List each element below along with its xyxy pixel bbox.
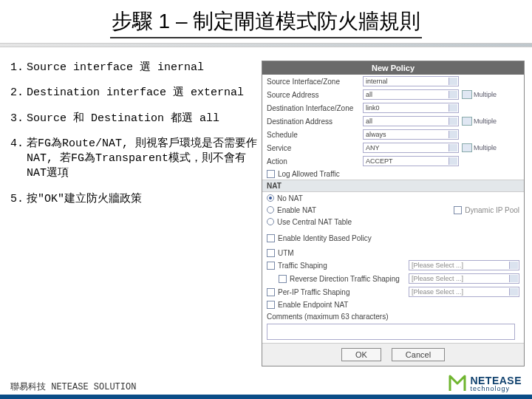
- cancel-button[interactable]: Cancel: [392, 348, 445, 361]
- schedule-select[interactable]: always: [363, 129, 459, 140]
- label: Enable NAT: [277, 206, 316, 214]
- list-item: 4.若FG為Route/NAT, 則視客戶環境是否需要作NAT, 若FG為Tra…: [10, 137, 262, 182]
- new-policy-panel: New Policy Source Interface/Zoneinternal…: [262, 61, 525, 366]
- list-item: 2.Destination interface 選 external: [10, 86, 262, 100]
- footer-text: 聯易科技 NETEASE SOLUTION: [10, 381, 136, 393]
- label: Enable Endpoint NAT: [278, 301, 348, 309]
- label: UTM: [278, 249, 294, 257]
- action-select[interactable]: ACCEPT: [363, 156, 459, 166]
- page-title: 步驟 1 – 制定閘道模式防火牆規則: [110, 7, 422, 38]
- per-ip-ts-select[interactable]: [Please Select ...]: [409, 287, 519, 297]
- traffic-shaping-select[interactable]: [Please Select ...]: [409, 260, 519, 270]
- destination-address-select[interactable]: all: [363, 116, 459, 126]
- list-item: 1.Source interface 選 inernal: [10, 61, 262, 75]
- no-nat-radio[interactable]: [267, 194, 274, 202]
- panel-title: New Policy: [262, 61, 524, 75]
- per-ip-ts-checkbox[interactable]: [267, 288, 275, 296]
- identity-policy-checkbox[interactable]: [267, 234, 275, 242]
- footer-bar: [0, 395, 532, 399]
- list-item: 3.Source 和 Destination 都選 all: [10, 112, 262, 126]
- enable-nat-radio[interactable]: [267, 206, 274, 214]
- multiple-icon[interactable]: [462, 117, 472, 126]
- list-item: 5.按"OK"建立防火牆政策: [10, 192, 262, 207]
- label: Dynamic IP Pool: [465, 206, 519, 214]
- label: Comments (maximum 63 characters): [267, 313, 388, 321]
- multiple-icon[interactable]: [462, 143, 472, 152]
- destination-interface-select[interactable]: link0: [363, 103, 459, 113]
- label: Destination Address: [267, 117, 363, 126]
- label: Use Central NAT Table: [277, 218, 352, 226]
- reverse-ts-select[interactable]: [Please Select ...]: [409, 273, 519, 284]
- label: No NAT: [277, 194, 303, 202]
- traffic-shaping-checkbox[interactable]: [267, 262, 275, 270]
- nat-section-header: NAT: [262, 180, 524, 192]
- label: Source Address: [267, 91, 363, 99]
- service-select[interactable]: ANY: [363, 143, 459, 153]
- label: Destination Interface/Zone: [267, 104, 363, 112]
- label: Schedule: [267, 131, 363, 139]
- multiple-label: Multiple: [474, 144, 497, 151]
- multiple-label: Multiple: [474, 117, 497, 125]
- source-interface-select[interactable]: internal: [363, 76, 459, 86]
- label: Reverse Direction Traffic Shaping: [290, 275, 409, 283]
- utm-checkbox[interactable]: [267, 249, 275, 257]
- source-address-select[interactable]: all: [363, 89, 459, 100]
- log-checkbox[interactable]: [267, 170, 275, 178]
- label: Service: [267, 144, 363, 152]
- comments-textarea[interactable]: [267, 324, 515, 340]
- multiple-label: Multiple: [474, 91, 497, 98]
- logo-icon: [448, 374, 467, 393]
- steps-column: 1.Source interface 選 inernal 2.Destinati…: [10, 61, 262, 366]
- label: Enable Identity Based Policy: [278, 234, 372, 242]
- netease-logo: NETEASE technology: [448, 374, 522, 393]
- label: Traffic Shaping: [278, 262, 409, 270]
- logo-text-main: NETEASE: [470, 375, 522, 386]
- label: Source Interface/Zone: [267, 78, 363, 86]
- central-nat-radio[interactable]: [267, 218, 274, 225]
- logo-text-sub: technology: [470, 386, 522, 392]
- label: Per-IP Traffic Shaping: [278, 288, 409, 296]
- label: Action: [267, 157, 363, 166]
- dynamic-ip-checkbox[interactable]: [454, 206, 462, 214]
- ok-button[interactable]: OK: [341, 348, 381, 361]
- endpoint-nat-checkbox[interactable]: [267, 301, 275, 309]
- multiple-icon[interactable]: [462, 90, 472, 99]
- label: Log Allowed Traffic: [278, 170, 340, 178]
- reverse-ts-checkbox[interactable]: [279, 275, 287, 283]
